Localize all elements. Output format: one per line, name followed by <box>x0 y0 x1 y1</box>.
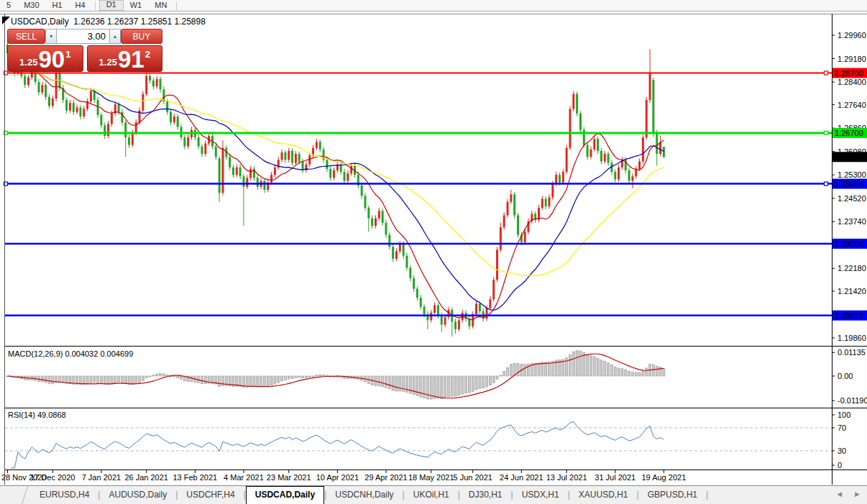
svg-text:4 Mar 2021: 4 Mar 2021 <box>224 473 264 482</box>
buy-price-prefix: 1.25 <box>99 57 117 68</box>
tab-separator: | <box>706 486 708 504</box>
panel-borders <box>0 14 867 485</box>
svg-text:17 Dec 2020: 17 Dec 2020 <box>30 473 75 482</box>
chart-tab-usdxh1[interactable]: USDX,H1 <box>513 486 568 504</box>
svg-text:10 Apr 2021: 10 Apr 2021 <box>316 473 359 482</box>
timeframe-button-MN[interactable]: MN <box>148 1 173 10</box>
volume-increase-button[interactable]: ▲ <box>109 29 121 44</box>
date-axis[interactable]: 28 Nov 202017 Dec 20207 Jan 202126 Jan 2… <box>1 470 686 482</box>
buy-price-display[interactable]: 1.25 91 2 <box>87 45 163 72</box>
timeframe-button-W1[interactable]: W1 <box>124 1 149 10</box>
svg-text:1.27640: 1.27640 <box>838 101 866 109</box>
svg-text:29 Apr 2021: 29 Apr 2021 <box>364 473 407 482</box>
svg-text:1.22180: 1.22180 <box>838 264 866 272</box>
timeframe-button-H1[interactable]: H1 <box>46 1 69 10</box>
symbol-name: USDCAD,Daily <box>11 17 69 27</box>
one-click-trading-panel: SELL ▼ ▲ BUY 1.25 90 1 1.25 91 2 <box>7 29 162 72</box>
buy-button[interactable]: BUY <box>121 29 162 44</box>
sell-price-prefix: 1.25 <box>19 57 37 68</box>
svg-text:1.28400: 1.28400 <box>838 78 866 86</box>
svg-text:-0.01190: -0.01190 <box>838 396 867 405</box>
svg-text:1.29960: 1.29960 <box>838 31 866 40</box>
rsi-indicator-label: RSI(14) 49.0868 <box>8 411 66 419</box>
rsi-layer <box>5 422 832 468</box>
svg-text:24 Jun 2021: 24 Jun 2021 <box>500 473 543 482</box>
tab-edge <box>0 486 28 504</box>
svg-text:1.25003: 1.25003 <box>835 180 863 188</box>
svg-text:26 Jan 2021: 26 Jan 2021 <box>124 473 168 482</box>
svg-text:23 Mar 2021: 23 Mar 2021 <box>267 473 311 482</box>
indicator-axes: 0.011350.00-0.0119010070300 <box>832 348 867 469</box>
chart-tab-ukoilh1[interactable]: UKOil,H1 <box>405 486 458 504</box>
svg-text:1.23003: 1.23003 <box>835 239 863 248</box>
hline-objects-layer <box>4 71 832 316</box>
svg-text:1.25300: 1.25300 <box>838 170 866 179</box>
chart-tab-usdchfh4[interactable]: USDCHF,H4 <box>178 486 243 504</box>
svg-text:31 Jul 2021: 31 Jul 2021 <box>595 473 636 482</box>
svg-text:1.20609: 1.20609 <box>835 311 863 320</box>
svg-text:13 Feb 2021: 13 Feb 2021 <box>173 473 217 482</box>
svg-text:0: 0 <box>838 461 842 469</box>
svg-text:100: 100 <box>838 411 850 419</box>
svg-text:18 May 2021: 18 May 2021 <box>408 473 454 482</box>
buy-price-big: 91 <box>118 47 144 71</box>
svg-text:1.28700: 1.28700 <box>835 69 863 78</box>
volume-input[interactable] <box>57 29 109 44</box>
chart-canvas[interactable]: 1.299601.291801.284001.276401.268601.260… <box>0 0 867 504</box>
timeframe-button-5[interactable]: 5 <box>0 1 17 10</box>
timeframe-button-M30[interactable]: M30 <box>17 1 45 10</box>
tab-scroll-arrows: ◄ ► <box>835 490 861 498</box>
svg-text:70: 70 <box>838 423 846 432</box>
svg-text:1.29180: 1.29180 <box>838 55 866 63</box>
sell-price-pip: 1 <box>65 49 70 60</box>
moving-averages-layer <box>8 53 664 319</box>
svg-text:0.01135: 0.01135 <box>838 348 866 357</box>
chart-tab-gbpusdh1[interactable]: GBPUSD,H1 <box>639 486 706 504</box>
toolbar-separator <box>95 1 96 10</box>
tab-scroll-left-icon[interactable]: ◄ <box>835 490 843 498</box>
tab-scroll-right-icon[interactable]: ► <box>853 490 861 498</box>
sell-button[interactable]: SELL <box>7 29 45 44</box>
svg-text:19 Aug 2021: 19 Aug 2021 <box>641 473 686 482</box>
price-axis[interactable]: 1.299601.291801.284001.276401.268601.260… <box>832 31 867 342</box>
timeframe-toolbar: 5M30H1H4D1W1MN <box>0 0 867 12</box>
svg-text:1.21420: 1.21420 <box>838 287 866 295</box>
cursor-arrow-icon <box>2 17 10 24</box>
chart-title: USDCAD,Daily 1.26236 1.26237 1.25851 1.2… <box>11 17 206 27</box>
chart-tab-usdcnhdaily[interactable]: USDCNH,Daily <box>326 486 402 504</box>
macd-indicator-label: MACD(12,26,9) 0.004032 0.004699 <box>8 349 133 358</box>
svg-text:5 Jun 2021: 5 Jun 2021 <box>454 473 492 482</box>
svg-text:1.26700: 1.26700 <box>835 129 863 137</box>
chart-tab-eurusdh4[interactable]: EURUSD,H4 <box>31 486 98 504</box>
buy-price-pip: 2 <box>145 49 150 60</box>
svg-text:13 Jul 2021: 13 Jul 2021 <box>546 473 587 482</box>
toolbar-separator <box>176 1 178 10</box>
svg-text:0.00: 0.00 <box>838 372 853 380</box>
svg-text:1.25898: 1.25898 <box>835 152 863 161</box>
sell-price-display[interactable]: 1.25 90 1 <box>7 45 83 72</box>
timeframe-button-H4[interactable]: H4 <box>69 1 92 10</box>
chart-tab-usdcaddaily[interactable]: USDCAD,Daily <box>246 486 324 504</box>
timeframe-button-D1[interactable]: D1 <box>99 0 124 11</box>
svg-text:1.19860: 1.19860 <box>838 334 866 342</box>
svg-text:30: 30 <box>838 446 846 455</box>
volume-decrease-button[interactable]: ▼ <box>45 29 57 44</box>
svg-text:1.23740: 1.23740 <box>838 217 866 226</box>
sell-price-big: 90 <box>38 47 65 71</box>
chart-tab-dj30h1[interactable]: DJ30,H1 <box>460 486 511 504</box>
ohlc-values: 1.26236 1.26237 1.25851 1.25898 <box>73 17 206 27</box>
svg-text:7 Jan 2021: 7 Jan 2021 <box>82 473 121 482</box>
chart-tab-audusddaily[interactable]: AUDUSD,Daily <box>100 486 175 504</box>
chart-tab-xauusdh1[interactable]: XAUUSD,H1 <box>570 486 637 504</box>
svg-text:1.24520: 1.24520 <box>838 194 866 203</box>
chart-tab-bar: EURUSD,H4|AUDUSD,Daily|USDCHF,H4|USDCAD,… <box>0 485 867 504</box>
